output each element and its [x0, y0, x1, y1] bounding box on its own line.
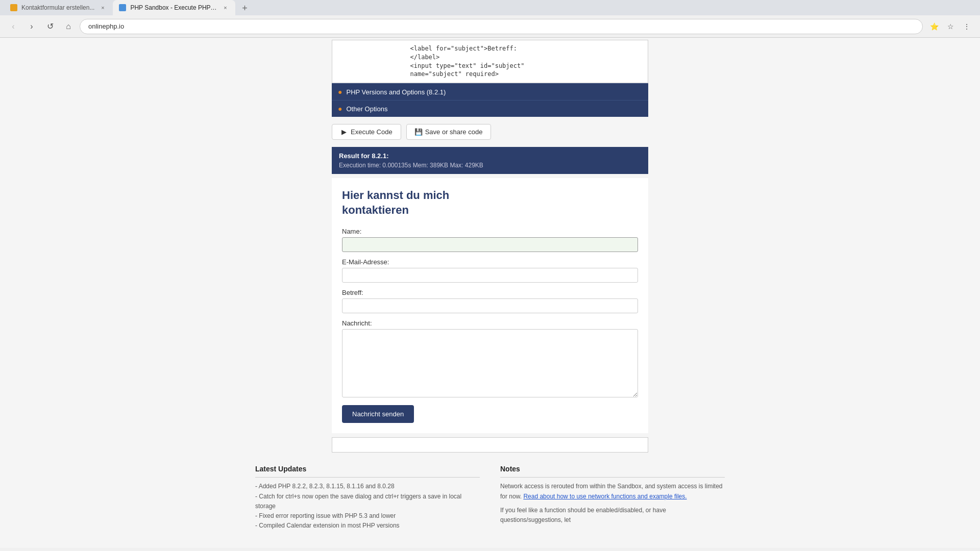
- notes-text: Network access is rerouted from within t…: [500, 482, 725, 501]
- output-heading: Hier kannst du mich kontaktieren: [342, 188, 638, 217]
- other-options-label: Other Options: [346, 105, 387, 113]
- php-versions-label: PHP Versions and Options (8.2.1): [346, 88, 446, 96]
- subject-input[interactable]: [342, 298, 638, 313]
- execute-button[interactable]: ▶ Execute Code: [332, 124, 401, 140]
- tab-close-1[interactable]: ×: [99, 4, 107, 12]
- bottom-line: [332, 437, 648, 453]
- browser-chrome: Kontaktformular erstellen... × PHP Sandb…: [0, 0, 980, 38]
- execute-label: Execute Code: [351, 128, 393, 136]
- code-line-2: </label>: [336, 53, 644, 62]
- result-info: Execution time: 0.000135s Mem: 389KB Max…: [339, 162, 641, 169]
- notes-extra: If you feel like a function should be en…: [500, 506, 725, 525]
- address-input[interactable]: onlinephp.io: [80, 19, 923, 34]
- reload-button[interactable]: ↺: [43, 19, 57, 34]
- result-box: Result for 8.2.1: Execution time: 0.0001…: [332, 147, 648, 174]
- new-tab-button[interactable]: +: [237, 1, 252, 15]
- tab-title-1: Kontaktformular erstellen...: [21, 4, 94, 11]
- form-email-group: E-Mail-Adresse:: [342, 258, 638, 283]
- tab-bar: Kontaktformular erstellen... × PHP Sandb…: [0, 0, 980, 15]
- center-column: <label for="subject">Betreff: </label> <…: [332, 40, 648, 453]
- page-wrapper: <label for="subject">Betreff: </label> <…: [322, 38, 658, 453]
- footer: Latest Updates - Added PHP 8.2.2, 8.2.3,…: [245, 457, 735, 539]
- name-input[interactable]: [342, 237, 638, 252]
- footer-notes-col: Notes Network access is rerouted from wi…: [500, 465, 725, 531]
- play-icon: ▶: [340, 129, 348, 136]
- heading-line1: Hier kannst du mich: [342, 189, 449, 202]
- update-item-1: - Added PHP 8.2.2, 8.2.3, 8.1.15, 8.1.16…: [255, 482, 480, 491]
- message-label: Nachricht:: [342, 319, 638, 327]
- notes-divider: [500, 477, 725, 478]
- php-versions-section[interactable]: ● PHP Versions and Options (8.2.1): [332, 83, 648, 100]
- heading-line2: kontaktieren: [342, 204, 409, 216]
- tab-title-2: PHP Sandbox - Execute PHP cod...: [130, 4, 217, 11]
- settings-icon[interactable]: ⋮: [960, 19, 974, 34]
- code-editor[interactable]: <label for="subject">Betreff: </label> <…: [332, 40, 648, 83]
- update-item-2: - Catch for ctrl+s now open the save dia…: [255, 492, 480, 511]
- updates-divider: [255, 477, 480, 478]
- save-icon: 💾: [415, 129, 422, 136]
- subject-label: Betreff:: [342, 289, 638, 296]
- extensions-icon[interactable]: ⭐: [927, 19, 941, 34]
- code-line-3: <input type="text" id="subject": [336, 62, 644, 70]
- email-label: E-Mail-Adresse:: [342, 258, 638, 266]
- update-item-3: - Fixed error reporting issue with PHP 5…: [255, 511, 480, 521]
- php-versions-bullet: ●: [338, 88, 342, 96]
- other-options-bullet: ●: [338, 105, 342, 113]
- result-title: Result for 8.2.1:: [339, 152, 641, 160]
- output-area: Hier kannst du mich kontaktieren Name: E…: [332, 178, 648, 433]
- updates-text: - Added PHP 8.2.2, 8.2.3, 8.1.15, 8.1.16…: [255, 482, 480, 531]
- code-line-4: name="subject" required>: [336, 70, 644, 79]
- updates-title: Latest Updates: [255, 465, 480, 473]
- save-button[interactable]: 💾 Save or share code: [406, 124, 492, 140]
- page-content: <label for="subject">Betreff: </label> <…: [0, 38, 980, 548]
- tab-favicon-2: [119, 4, 126, 11]
- submit-button[interactable]: Nachricht senden: [342, 405, 414, 423]
- form-subject-group: Betreff:: [342, 289, 638, 313]
- forward-button[interactable]: ›: [24, 19, 39, 34]
- tab-phpsandbox[interactable]: PHP Sandbox - Execute PHP cod... ×: [113, 0, 235, 15]
- home-button[interactable]: ⌂: [61, 19, 76, 34]
- toolbar-icons: ⭐ ☆ ⋮: [927, 19, 974, 34]
- address-bar: ‹ › ↺ ⌂ onlinephp.io ⭐ ☆ ⋮: [0, 15, 980, 38]
- tab-close-2[interactable]: ×: [221, 4, 229, 12]
- tab-favicon-1: [10, 4, 17, 11]
- notes-link[interactable]: Read about how to use network functions …: [523, 493, 687, 500]
- form-message-group: Nachricht:: [342, 319, 638, 399]
- update-item-4: - Compiled Calendar extension in most PH…: [255, 521, 480, 531]
- code-line-1: <label for="subject">Betreff:: [336, 44, 644, 53]
- save-label: Save or share code: [425, 128, 483, 136]
- email-input[interactable]: [342, 268, 638, 283]
- message-textarea[interactable]: [342, 329, 638, 397]
- other-options-section[interactable]: ● Other Options: [332, 100, 648, 117]
- footer-updates-col: Latest Updates - Added PHP 8.2.2, 8.2.3,…: [255, 465, 480, 531]
- action-buttons: ▶ Execute Code 💾 Save or share code: [332, 117, 648, 147]
- tab-kontaktformular[interactable]: Kontaktformular erstellen... ×: [4, 0, 113, 15]
- url-text: onlinephp.io: [88, 22, 124, 30]
- back-button[interactable]: ‹: [6, 19, 20, 34]
- bookmark-icon[interactable]: ☆: [943, 19, 958, 34]
- form-name-group: Name:: [342, 228, 638, 252]
- name-label: Name:: [342, 228, 638, 235]
- submit-label: Nachricht senden: [352, 410, 404, 418]
- notes-title: Notes: [500, 465, 725, 473]
